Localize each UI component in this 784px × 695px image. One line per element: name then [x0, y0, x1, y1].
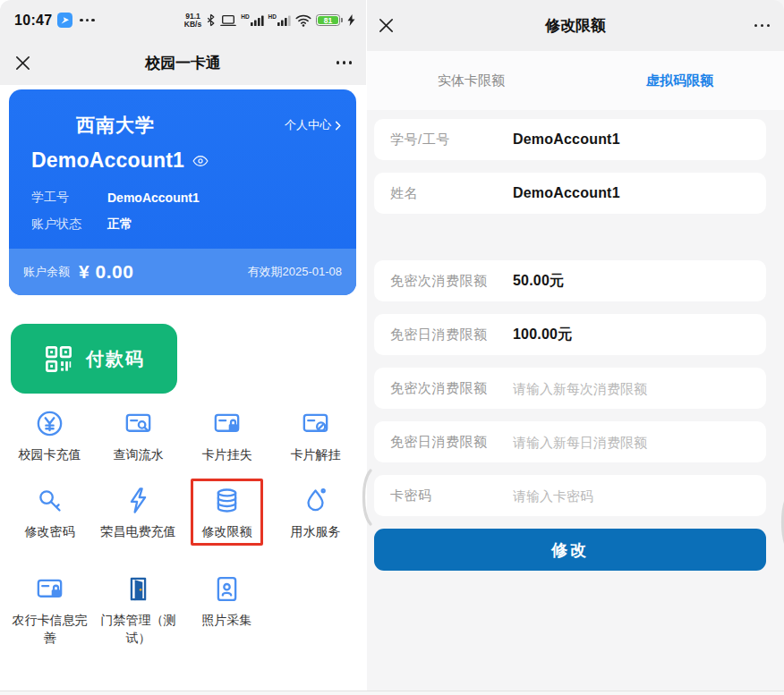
service-campus-card-recharge[interactable]: 校园卡充值: [5, 401, 94, 470]
service-change-password[interactable]: 修改密码: [5, 478, 94, 559]
laptop-icon: [220, 14, 236, 27]
card-search-icon: [124, 409, 153, 438]
right-page-title: 修改限额: [367, 15, 784, 36]
status-bar: 10:47 91.1 KB/s HD HD: [0, 0, 366, 40]
more-menu-button[interactable]: [337, 61, 353, 64]
tab-virtual-code-limit[interactable]: 虚拟码限额: [575, 72, 784, 89]
battery-icon: 81: [316, 14, 343, 26]
balance-amount: ¥ 0.00: [79, 261, 133, 283]
form-row-daily-limit-new: 免密日消费限额: [374, 421, 766, 462]
payment-code-label: 付款码: [86, 347, 145, 371]
balance-band: 账户余额 ¥ 0.00 有效期2025-01-08: [9, 249, 356, 295]
signal-sim1-icon: HD: [241, 14, 263, 26]
card-unlink-icon: [301, 409, 330, 438]
status-icons: 91.1 KB/s HD HD 81: [184, 13, 355, 29]
water-drop-icon: [301, 486, 330, 515]
validity-date: 有效期2025-01-08: [248, 264, 343, 280]
close-icon: [378, 17, 395, 34]
database-icon: [212, 486, 242, 515]
left-page-title: 校园一卡通: [0, 53, 366, 73]
payment-code-button[interactable]: 付款码: [11, 324, 177, 394]
service-bank-card-info[interactable]: 农行卡信息完善: [5, 566, 94, 652]
account-name: DemoAccount1: [31, 148, 184, 173]
service-card-loss-report[interactable]: 卡片挂失: [183, 401, 271, 470]
status-more-dots-icon: [80, 19, 95, 22]
service-water-service[interactable]: 用水服务: [271, 478, 360, 559]
services-grid: 校园卡充值 查询流水 卡片挂失 卡片解挂 修改密码 荣昌电费充值: [5, 401, 360, 652]
personal-center-link[interactable]: 个人中心: [285, 117, 342, 133]
qr-code-icon: [43, 343, 74, 375]
left-nav-bar: 校园一卡通: [0, 40, 366, 85]
form-row-student-id: 学号/工号 DemoAccount1: [374, 119, 766, 160]
student-id-label: 学工号: [31, 190, 107, 206]
card-lock-icon: [35, 574, 64, 604]
notification-app-icon: [57, 13, 72, 28]
form-row-daily-limit-current: 免密日消费限额 100.00元: [374, 314, 766, 355]
form-row-per-tx-limit-new: 免密次消费限额: [374, 368, 766, 409]
service-photo-collection[interactable]: 照片采集: [183, 566, 271, 652]
door-icon: [124, 574, 153, 604]
signal-sim2-icon: HD: [268, 14, 291, 26]
service-transaction-query[interactable]: 查询流水: [94, 401, 183, 470]
modify-submit-button[interactable]: 修改: [374, 529, 766, 571]
service-electricity-recharge[interactable]: 荣昌电费充值: [94, 478, 183, 559]
campus-home-screen: 10:47 91.1 KB/s HD HD: [0, 0, 366, 695]
service-card-unfreeze[interactable]: 卡片解挂: [271, 401, 360, 470]
student-id-value: DemoAccount1: [107, 191, 200, 205]
university-name: 西南大学: [76, 113, 155, 138]
card-lock-icon: [212, 409, 242, 438]
form-row-card-password: 卡密码: [374, 475, 766, 516]
tab-physical-card-limit[interactable]: 实体卡限额: [367, 72, 575, 89]
service-door-access[interactable]: 门禁管理（测试）: [94, 566, 183, 652]
balance-label: 账户余额: [23, 264, 70, 280]
bottom-edge-strip: [0, 691, 784, 695]
new-per-tx-limit-input[interactable]: [513, 381, 750, 396]
close-button[interactable]: [14, 55, 31, 72]
close-button[interactable]: [378, 17, 395, 34]
charging-bolt-icon: [347, 14, 355, 26]
form-row-name: 姓名 DemoAccount1: [374, 173, 766, 214]
key-icon: [35, 486, 64, 515]
close-icon: [14, 55, 31, 72]
wifi-icon: [295, 14, 311, 27]
network-speed: 91.1 KB/s: [184, 13, 201, 29]
limit-form: 学号/工号 DemoAccount1 姓名 DemoAccount1 免密次消费…: [367, 110, 784, 571]
yuan-circle-icon: [35, 409, 64, 438]
card-password-input[interactable]: [513, 488, 750, 504]
form-row-per-tx-limit-current: 免密次消费限额 50.00元: [374, 260, 766, 301]
lightning-icon: [124, 486, 153, 515]
limit-tabs: 实体卡限额 虚拟码限额: [367, 51, 784, 110]
clock: 10:47: [14, 13, 52, 29]
more-menu-button[interactable]: [754, 24, 771, 28]
account-status-value: 正常: [107, 216, 132, 233]
eye-icon[interactable]: [192, 155, 209, 167]
service-modify-limit[interactable]: 修改限额: [183, 478, 271, 559]
new-daily-limit-input[interactable]: [513, 435, 750, 450]
photo-badge-icon: [212, 574, 242, 604]
account-status-label: 账户状态: [31, 216, 107, 233]
chevron-right-icon: [335, 121, 342, 131]
account-card: 西南大学 个人中心 DemoAccount1 学工号 DemoAccount1 …: [9, 89, 356, 295]
bluetooth-icon: [206, 13, 216, 27]
screenshot-root: 10:47 91.1 KB/s HD HD: [0, 0, 784, 695]
modify-limit-screen: 修改限额 实体卡限额 虚拟码限额 学号/工号 DemoAccount1 姓名 D…: [366, 0, 784, 695]
right-nav-bar: 修改限额: [367, 0, 784, 51]
left-header: 10:47 91.1 KB/s HD HD: [0, 0, 366, 85]
